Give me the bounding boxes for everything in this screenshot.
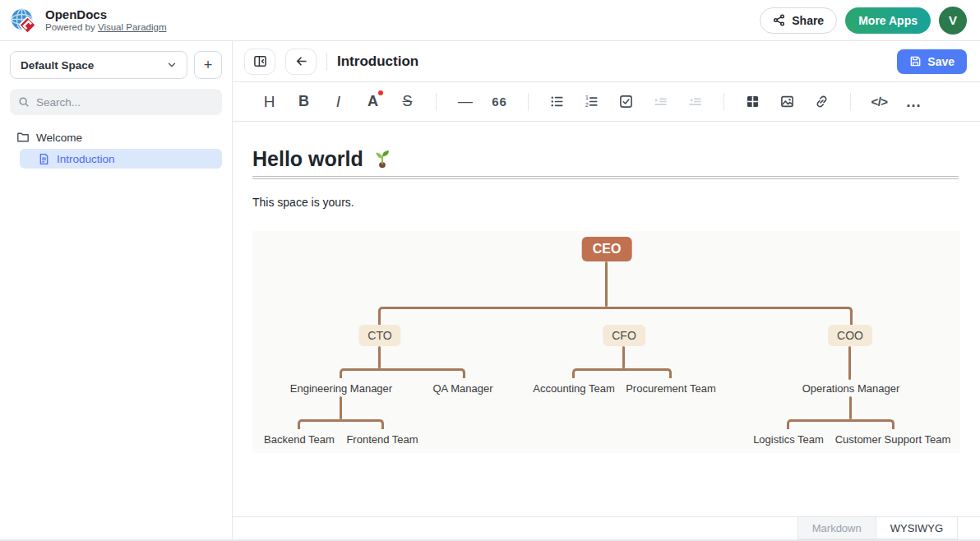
main-panel: Introduction Save H B I A S — — [233, 41, 980, 539]
task-list-button[interactable] — [612, 90, 640, 114]
red-dot — [378, 90, 383, 95]
orgchart-connector — [378, 346, 381, 368]
code-button[interactable]: </> — [865, 90, 894, 114]
indent-icon — [654, 95, 668, 109]
panel-left-icon — [253, 54, 267, 68]
editor-mode-bar: Markdown WYSIWYG — [233, 516, 980, 539]
format-toolbar: H B I A S — 66 12 — [233, 82, 980, 122]
orgchart-node-customer-support-team[interactable]: Customer Support Team — [835, 433, 951, 446]
tab-wysiwyg[interactable]: WYSIWYG — [876, 517, 958, 539]
orgchart-connector — [848, 346, 851, 380]
sidebar: Default Space + Welcome — [0, 41, 233, 539]
orgchart-connector — [849, 396, 852, 419]
heading-underline — [252, 176, 959, 179]
orgchart-node-cfo[interactable]: CFO — [603, 325, 645, 346]
divider — [326, 53, 327, 71]
blockquote-button[interactable]: 66 — [485, 90, 514, 114]
app-name: OpenDocs — [45, 7, 166, 21]
table-icon — [746, 95, 760, 109]
share-label: Share — [792, 14, 824, 27]
document-header: Introduction Save — [233, 41, 980, 82]
svg-text:1: 1 — [585, 95, 589, 100]
indent-button — [646, 90, 675, 114]
tree-item-introduction[interactable]: Introduction — [20, 149, 222, 169]
save-label: Save — [927, 55, 955, 68]
link-button[interactable] — [807, 90, 836, 114]
bullet-list-icon — [550, 95, 564, 109]
orgchart-node-procurement-team[interactable]: Procurement Team — [626, 382, 716, 395]
back-button[interactable] — [285, 49, 317, 75]
search-box[interactable] — [10, 89, 222, 115]
document-heading: Hello world — [252, 146, 959, 171]
orgchart-connector — [605, 261, 608, 307]
bullet-list-button[interactable] — [543, 90, 571, 114]
image-button[interactable] — [773, 90, 802, 114]
seedling-emoji-icon — [372, 148, 393, 169]
outdent-icon — [688, 95, 702, 109]
numbered-list-icon: 12 — [585, 95, 599, 109]
header-actions: Share More Apps V — [760, 7, 967, 35]
divider — [850, 93, 851, 111]
font-color-icon: A — [368, 93, 378, 110]
orgchart-connector — [572, 368, 672, 378]
orgchart-canvas[interactable]: CEO CTO CFO COO Engineering Manager QA M… — [252, 231, 960, 453]
toggle-sidebar-button[interactable] — [244, 49, 275, 75]
orgchart-connector — [340, 396, 342, 419]
italic-button[interactable]: I — [324, 90, 353, 114]
arrow-left-icon — [294, 54, 308, 68]
image-icon — [780, 95, 794, 109]
orgchart-node-ceo[interactable]: CEO — [582, 237, 632, 261]
horizontal-rule-button[interactable]: — — [451, 90, 479, 114]
visual-paradigm-link[interactable]: Visual Paradigm — [98, 22, 167, 32]
opendocs-logo-icon — [8, 6, 38, 35]
orgchart-connector — [622, 346, 625, 368]
space-selector-value: Default Space — [21, 59, 94, 72]
svg-text:2: 2 — [585, 102, 589, 108]
more-apps-button[interactable]: More Apps — [845, 7, 931, 34]
tree-item-welcome[interactable]: Welcome — [10, 127, 222, 147]
editor-content[interactable]: Hello world This space is yours. — [233, 122, 980, 516]
table-button[interactable] — [738, 90, 767, 114]
tree-item-label: Welcome — [36, 132, 82, 144]
orgchart-node-logistics-team[interactable]: Logistics Team — [753, 433, 824, 446]
share-icon — [773, 14, 785, 26]
heading-text: Hello world — [252, 146, 363, 171]
orgchart-node-operations-manager[interactable]: Operations Manager — [802, 382, 900, 395]
orgchart-connector — [340, 368, 465, 378]
app-header: OpenDocs Powered by Visual Paradigm Shar… — [0, 0, 980, 41]
bold-button[interactable]: B — [289, 90, 318, 114]
save-button[interactable]: Save — [897, 49, 967, 74]
link-icon — [815, 95, 829, 109]
search-input[interactable] — [36, 96, 214, 109]
orgchart-node-backend-team[interactable]: Backend Team — [264, 433, 335, 446]
space-selector[interactable]: Default Space — [10, 51, 187, 79]
orgchart-node-accounting-team[interactable]: Accounting Team — [533, 382, 615, 395]
divider — [436, 93, 437, 111]
font-color-button[interactable]: A — [358, 90, 387, 114]
numbered-list-button[interactable]: 12 — [577, 90, 606, 114]
orgchart-node-frontend-team[interactable]: Frontend Team — [346, 433, 418, 446]
document-title: Introduction — [337, 53, 418, 70]
user-avatar[interactable]: V — [939, 7, 967, 35]
outdent-button — [681, 90, 710, 114]
orgchart-connector — [787, 419, 894, 429]
tree-item-label: Introduction — [57, 153, 115, 165]
brand-title: OpenDocs Powered by Visual Paradigm — [45, 7, 166, 32]
more-options-button[interactable]: … — [899, 90, 928, 114]
orgchart-node-cto[interactable]: CTO — [358, 325, 400, 346]
tab-markdown[interactable]: Markdown — [797, 517, 876, 539]
chevron-down-icon — [167, 60, 177, 70]
search-icon — [18, 96, 30, 108]
strikethrough-button[interactable]: S — [393, 90, 422, 114]
powered-by: Powered by Visual Paradigm — [45, 22, 166, 33]
document-paragraph: This space is yours. — [252, 196, 959, 210]
document-icon — [38, 153, 50, 165]
divider — [528, 93, 529, 111]
share-button[interactable]: Share — [760, 7, 837, 34]
add-space-button[interactable]: + — [194, 51, 222, 79]
orgchart-node-coo[interactable]: COO — [828, 325, 872, 346]
orgchart-node-engineering-manager[interactable]: Engineering Manager — [290, 382, 392, 395]
heading-button[interactable]: H — [255, 90, 284, 114]
folder-icon — [16, 131, 30, 144]
orgchart-node-qa-manager[interactable]: QA Manager — [433, 382, 493, 395]
